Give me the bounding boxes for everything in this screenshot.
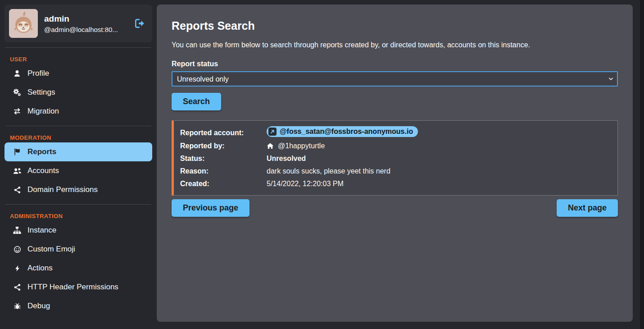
sidebar-item-accounts[interactable]: Accounts (5, 161, 152, 180)
sidebar-item-label: Reports (27, 147, 56, 156)
sidebar-item-label: Migration (27, 107, 59, 116)
logout-button[interactable] (133, 17, 146, 30)
flag-icon (13, 148, 22, 156)
sloth-mascot-icon (9, 9, 38, 38)
sidebar-item-label: HTTP Header Permissions (27, 283, 118, 292)
user-name: admin (44, 14, 127, 24)
external-link-icon (268, 128, 277, 136)
section-title-user: USER (5, 53, 152, 64)
main-panel: Reports Search You can use the form belo… (157, 5, 633, 322)
sidebar-item-label: Instance (27, 226, 56, 235)
next-page-button[interactable]: Next page (557, 199, 618, 217)
reported-by-label: Reported by: (180, 140, 267, 152)
sidebar-item-label: Settings (27, 88, 55, 97)
divider (5, 204, 151, 205)
status-value: Unresolved (267, 153, 611, 164)
reported-account-link[interactable]: @foss_satan@fossbros-anonymous.io (267, 126, 418, 137)
reported-account-handle: @foss_satan@fossbros-anonymous.io (280, 127, 413, 136)
page-title: Reports Search (172, 19, 618, 32)
sidebar-item-migration[interactable]: Migration (5, 102, 152, 121)
sidebar-item-label: Profile (27, 69, 49, 78)
reported-account-label: Reported account: (180, 127, 267, 139)
bolt-icon (13, 265, 22, 272)
created-label: Created: (180, 178, 267, 190)
sidebar-item-label: Debug (27, 302, 50, 311)
home-icon (267, 142, 274, 150)
reason-value: dark souls sucks, please yeet this nerd (267, 165, 611, 177)
user-handle: @admin@localhost:80... (44, 26, 127, 33)
sidebar-item-reports[interactable]: Reports (5, 142, 152, 161)
avatar (9, 9, 38, 38)
report-card: Reported account: @foss_satan@fossbros-a… (172, 120, 618, 196)
report-status-select-wrap: Unresolved only (172, 71, 618, 87)
sidebar-item-label: Custom Emoji (27, 245, 75, 254)
smiley-icon (13, 246, 22, 253)
sitemap-icon (13, 226, 22, 234)
gears-icon (13, 88, 22, 96)
logout-icon (134, 18, 145, 29)
sidebar: admin @admin@localhost:80... USER Profil… (0, 0, 157, 329)
report-status-label: Report status (172, 60, 618, 68)
user-info: admin @admin@localhost:80... (44, 14, 127, 33)
migration-icon (13, 107, 22, 115)
users-icon (13, 167, 22, 175)
sidebar-item-label: Domain Permissions (27, 185, 98, 194)
reported-account-value: @foss_satan@fossbros-anonymous.io (267, 126, 611, 139)
user-card: admin @admin@localhost:80... (5, 5, 152, 42)
sidebar-item-custom-emoji[interactable]: Custom Emoji (5, 240, 152, 259)
sidebar-item-label: Actions (27, 264, 53, 273)
sidebar-item-settings[interactable]: Settings (5, 83, 152, 102)
status-label: Status: (180, 153, 267, 164)
created-value: 5/14/2022, 12:20:03 PM (267, 178, 611, 190)
sidebar-item-instance[interactable]: Instance (5, 221, 152, 240)
divider (5, 47, 151, 48)
reported-by-value: @1happyturtle (267, 140, 611, 152)
sidebar-item-http-header-permissions[interactable]: HTTP Header Permissions (5, 278, 152, 297)
sidebar-item-profile[interactable]: Profile (5, 64, 152, 83)
sidebar-item-actions[interactable]: Actions (5, 259, 152, 278)
share-nodes-icon (13, 186, 22, 194)
user-icon (13, 69, 22, 78)
section-title-moderation: MODERATION (5, 131, 152, 142)
divider (5, 126, 151, 126)
report-status-select[interactable]: Unresolved only (172, 71, 618, 87)
sidebar-item-domain-permissions[interactable]: Domain Permissions (5, 180, 152, 199)
sidebar-item-debug[interactable]: Debug (5, 297, 152, 315)
bug-icon (13, 302, 22, 310)
search-button[interactable]: Search (172, 93, 221, 110)
pagination: Previous page Next page (172, 199, 618, 217)
page-description: You can use the form below to search thr… (172, 41, 618, 49)
sidebar-item-label: Accounts (27, 166, 59, 175)
section-title-administration: ADMINISTRATION (5, 210, 152, 221)
share-nodes-icon (13, 283, 22, 291)
reported-by-handle: @1happyturtle (278, 140, 325, 152)
reason-label: Reason: (180, 165, 267, 177)
previous-page-button[interactable]: Previous page (172, 199, 249, 217)
scrollbar[interactable] (640, 0, 644, 329)
